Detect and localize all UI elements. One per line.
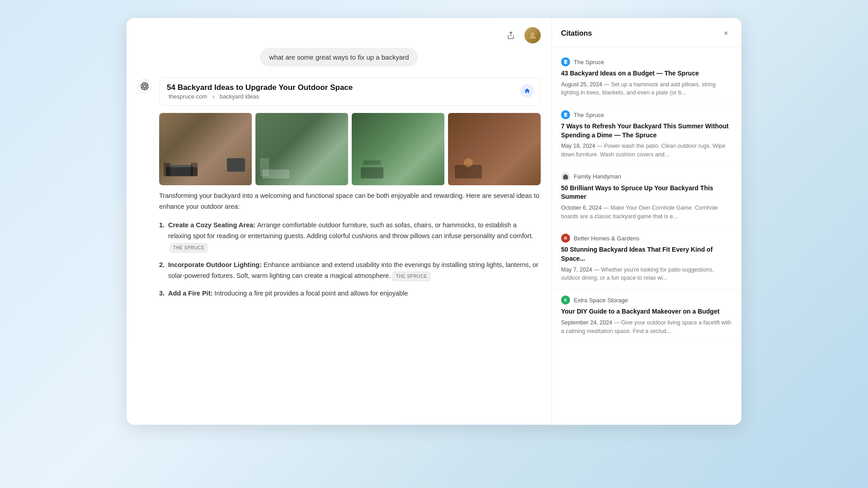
citation-tag-2[interactable]: THE SPRUCE	[392, 272, 430, 281]
svg-point-1	[531, 32, 535, 36]
source-name-4: Better Homes & Gardens	[574, 235, 639, 242]
citation-title-4: 50 Stunning Backyard Ideas That Fit Ever…	[561, 245, 732, 263]
source-name-3: Family Handyman	[574, 173, 621, 180]
response-intro: Transforming your backyard into a welcom…	[159, 191, 541, 212]
svg-point-10	[464, 158, 473, 167]
backyard-image-3[interactable]	[352, 113, 444, 185]
list-title-1: Create a Cozy Seating Area:	[168, 221, 257, 229]
citation-item-5[interactable]: E Extra Space Storage Your DIY Guide to …	[552, 289, 741, 342]
user-message-wrapper: what are some great ways to fix up a bac…	[137, 48, 541, 66]
source-card: 54 Backyard Ideas to Upgrade Your Outdoo…	[159, 77, 541, 106]
citation-item-4[interactable]: B Better Homes & Gardens 50 Stunning Bac…	[552, 227, 741, 289]
gpt-icon	[137, 79, 152, 94]
citation-date-3: October 6, 2024	[561, 205, 602, 211]
citation-snippet-3: October 6, 2024 — Make Your Own Cornhole…	[561, 204, 732, 221]
home-icon[interactable]	[520, 84, 534, 98]
source-breadcrumb[interactable]: thespruce.com › backyard ideas	[167, 93, 533, 100]
citations-title: Citations	[561, 29, 592, 38]
citation-snippet-5: September 24, 2024 — Give your outdoor l…	[561, 319, 732, 336]
list-item-1: 1. Create a Cozy Seating Area: Arrange c…	[159, 220, 541, 253]
response-content: 54 Backyard Ideas to Upgrade Your Outdoo…	[159, 77, 541, 305]
backyard-image-1[interactable]	[159, 113, 252, 185]
breadcrumb-domain[interactable]: thespruce.com	[169, 93, 207, 100]
list-num-2: 2.	[159, 259, 165, 271]
citation-source-5: E Extra Space Storage	[561, 296, 732, 305]
favicon-4: B	[561, 234, 570, 243]
svg-rect-4	[191, 163, 198, 176]
favicon-5: E	[561, 296, 570, 305]
citation-source-1: The Spruce	[561, 57, 732, 66]
citation-snippet-2: May 18, 2024 — Power wash the patio. Cle…	[561, 142, 732, 159]
main-area: what are some great ways to fix up a bac…	[127, 18, 552, 425]
user-message: what are some great ways to fix up a bac…	[260, 48, 418, 66]
chat-messages: what are some great ways to fix up a bac…	[127, 48, 552, 425]
citation-source-4: B Better Homes & Gardens	[561, 234, 732, 243]
list-item-2: 2. Incorporate Outdoor Lighting: Enhance…	[159, 259, 541, 282]
citation-title-5: Your DIY Guide to a Backyard Makeover on…	[561, 307, 732, 316]
source-name-2: The Spruce	[574, 112, 604, 118]
citation-dash-5: —	[614, 319, 621, 326]
top-bar	[127, 18, 552, 48]
citation-title-1: 43 Backyard Ideas on a Budget — The Spru…	[561, 69, 732, 78]
svg-rect-3	[164, 163, 170, 176]
breadcrumb-separator: ›	[212, 93, 216, 100]
source-title: 54 Backyard Ideas to Upgrade Your Outdoo…	[167, 83, 533, 92]
citation-item-3[interactable]: Family Handyman 50 Brilliant Ways to Spr…	[552, 166, 741, 228]
list-item-3: 3. Add a Fire Pit: Introducing a fire pi…	[159, 288, 541, 299]
citation-date-5: September 24, 2024	[561, 319, 612, 326]
citation-title-2: 7 Ways to Refresh Your Backyard This Sum…	[561, 122, 732, 140]
svg-rect-7	[361, 167, 383, 178]
citation-item-2[interactable]: The Spruce 7 Ways to Refresh Your Backya…	[552, 104, 741, 166]
close-citations-button[interactable]: ×	[720, 27, 732, 40]
list-num-1: 1.	[159, 220, 165, 231]
image-grid	[159, 113, 541, 185]
citation-source-3: Family Handyman	[561, 172, 732, 181]
citation-source-2: The Spruce	[561, 110, 732, 119]
citation-snippet-text-1: —	[604, 81, 611, 88]
app-container: what are some great ways to fix up a bac…	[127, 18, 741, 425]
backyard-image-2[interactable]	[255, 113, 348, 185]
citation-title-3: 50 Brilliant Ways to Spruce Up Your Back…	[561, 184, 732, 202]
citation-date-2: May 18, 2024	[561, 143, 595, 149]
citations-header: Citations ×	[552, 18, 741, 47]
citation-dash-2: —	[597, 143, 604, 149]
source-name-1: The Spruce	[574, 59, 604, 66]
favicon-2	[561, 110, 570, 119]
backyard-image-4[interactable]	[448, 113, 541, 185]
citation-snippet-4: May 7, 2024 — Whether you're looking for…	[561, 266, 732, 283]
breadcrumb-path[interactable]: backyard ideas	[220, 93, 259, 100]
svg-rect-8	[363, 160, 381, 165]
citation-date-1: August 25, 2024	[561, 81, 602, 88]
svg-rect-6	[260, 158, 269, 176]
list-title-3: Add a Fire Pit:	[168, 290, 214, 297]
citation-dash-4: —	[594, 267, 601, 273]
favicon-1	[561, 57, 570, 66]
citation-date-4: May 7, 2024	[561, 267, 592, 273]
share-button[interactable]	[503, 27, 519, 43]
assistant-response: 54 Backyard Ideas to Upgrade Your Outdoo…	[137, 77, 541, 305]
citation-item-1[interactable]: The Spruce 43 Backyard Ideas on a Budget…	[552, 51, 741, 104]
citation-snippet-1: August 25, 2024 — Set up a hammock and a…	[561, 80, 732, 98]
avatar[interactable]	[524, 27, 541, 43]
list-title-2: Incorporate Outdoor Lighting:	[168, 261, 264, 268]
citations-panel: Citations × The Spruce 43 Backyard Ideas…	[552, 18, 741, 425]
citations-list: The Spruce 43 Backyard Ideas on a Budget…	[552, 47, 741, 425]
citation-dash-3: —	[603, 205, 610, 211]
favicon-3	[561, 172, 570, 181]
source-name-5: Extra Space Storage	[574, 297, 628, 304]
citation-tag-1[interactable]: THE SPRUCE	[170, 243, 208, 253]
response-list: 1. Create a Cozy Seating Area: Arrange c…	[159, 220, 541, 299]
list-num-3: 3.	[159, 288, 165, 299]
avatar-image	[524, 27, 541, 43]
